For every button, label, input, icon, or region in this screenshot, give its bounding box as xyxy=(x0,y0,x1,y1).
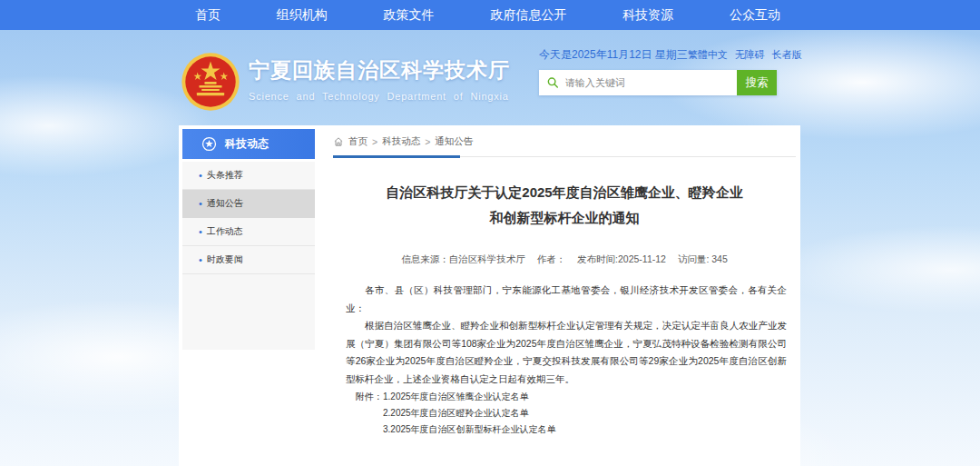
date-row: 今天是2025年11月12日 星期三 繁體中文 无障碍 长者版 xyxy=(539,47,791,63)
meta-author: 作者： xyxy=(537,253,566,264)
bullet-icon: • xyxy=(199,255,202,265)
attachment-list: 1.2025年度自治区雏鹰企业认定名单 2.2025年度自治区瞪羚企业认定名单 … xyxy=(383,389,556,438)
quick-links: 繁體中文 无障碍 长者版 xyxy=(688,48,802,62)
today-date: 今天是2025年11月12日 星期三 xyxy=(539,47,688,63)
attachment-link-benchmark-list[interactable]: 3.2025年度自治区创新型标杆企业认定名单 xyxy=(383,421,556,438)
sidebar-item-label: 通知公告 xyxy=(207,197,243,210)
breadcrumb-home[interactable]: 首页 xyxy=(348,135,368,148)
nav-item-tech-resources[interactable]: 科技资源 xyxy=(622,7,673,24)
sidebar-item-label: 时政要闻 xyxy=(207,253,243,266)
top-nav-items: 首页 组织机构 政策文件 政府信息公开 科技资源 公众互动 xyxy=(195,7,780,24)
site-title: 宁夏回族自治区科学技术厅 xyxy=(249,56,510,84)
sky-background: 宁夏回族自治区科学技术厅 Science and Technology Depa… xyxy=(0,30,980,466)
nav-item-organization[interactable]: 组织机构 xyxy=(277,7,328,24)
sidebar-item-work-dynamics[interactable]: • 工作动态 xyxy=(182,218,315,246)
sidebar-item-label: 工作动态 xyxy=(207,225,243,238)
top-nav: 首页 组织机构 政策文件 政府信息公开 科技资源 公众互动 xyxy=(0,0,980,30)
meta-views: 访问量: 345 xyxy=(678,253,728,264)
breadcrumb-divider-accent xyxy=(333,155,460,158)
search-icon xyxy=(547,76,559,89)
nav-item-gov-info[interactable]: 政府信息公开 xyxy=(490,7,566,24)
link-senior-version[interactable]: 长者版 xyxy=(772,48,802,62)
link-traditional-chinese[interactable]: 繁體中文 xyxy=(688,48,728,62)
sidebar-menu: • 头条推荐 • 通知公告 • 工作动态 • 时政要闻 xyxy=(182,162,315,350)
search-button[interactable]: 搜索 xyxy=(737,70,777,95)
article-meta: 信息来源：自治区科学技术厅 作者： 发布时间:2025-11-12 访问量: 3… xyxy=(333,253,796,266)
bullet-icon: • xyxy=(199,227,202,237)
national-emblem-logo[interactable] xyxy=(181,52,240,112)
attachments-label: 附件： xyxy=(356,389,383,438)
search-bar: 搜索 xyxy=(539,70,777,95)
search-input[interactable] xyxy=(565,77,729,88)
star-compass-icon xyxy=(201,136,217,152)
breadcrumb-tech-dynamics[interactable]: 科技动态 xyxy=(382,135,420,148)
site-subtitle: Science and Technology Department of Nin… xyxy=(249,91,510,102)
sidebar: 科技动态 • 头条推荐 • 通知公告 • 工作动态 xyxy=(182,129,315,350)
home-icon xyxy=(333,136,344,147)
content-panel: 科技动态 • 头条推荐 • 通知公告 • 工作动态 xyxy=(179,125,800,466)
article-title-line1: 自治区科技厅关于认定2025年度自治区雏鹰企业、瞪羚企业 xyxy=(333,180,796,205)
bullet-icon: • xyxy=(199,199,202,209)
article-paragraph: 各市、县（区）科技管理部门，宁东能源化工基地管委会，银川经济技术开发区管委会，各… xyxy=(346,282,787,317)
nav-item-public-interaction[interactable]: 公众互动 xyxy=(730,7,780,24)
sidebar-title[interactable]: 科技动态 xyxy=(182,129,315,159)
nav-item-policy-documents[interactable]: 政策文件 xyxy=(384,7,435,24)
sidebar-item-headlines[interactable]: • 头条推荐 xyxy=(182,162,315,190)
sidebar-item-current-politics[interactable]: • 时政要闻 xyxy=(182,246,315,274)
meta-source: 信息来源：自治区科学技术厅 xyxy=(401,253,525,264)
article-paragraph: 根据自治区雏鹰企业、瞪羚企业和创新型标杆企业认定管理有关规定，决定认定半亩良人农… xyxy=(346,317,787,388)
breadcrumb-separator: > xyxy=(425,136,430,147)
attachment-link-eagle-list[interactable]: 1.2025年度自治区雏鹰企业认定名单 xyxy=(383,389,556,405)
sidebar-item-notices[interactable]: • 通知公告 xyxy=(182,190,315,218)
site-title-block: 宁夏回族自治区科学技术厅 Science and Technology Depa… xyxy=(249,56,510,102)
attachment-link-gazelle-list[interactable]: 2.2025年度自治区瞪羚企业认定名单 xyxy=(383,405,556,421)
meta-publish-time: 发布时间:2025-11-12 xyxy=(577,253,666,264)
link-accessibility[interactable]: 无障碍 xyxy=(735,48,765,62)
attachments: 附件： 1.2025年度自治区雏鹰企业认定名单 2.2025年度自治区瞪羚企业认… xyxy=(356,389,556,438)
article-body: 各市、县（区）科技管理部门，宁东能源化工基地管委会，银川经济技术开发区管委会，各… xyxy=(346,282,787,388)
article-title-line2: 和创新型标杆企业的通知 xyxy=(333,205,796,231)
header-right: 今天是2025年11月12日 星期三 繁體中文 无障碍 长者版 搜索 xyxy=(539,47,791,95)
nav-item-home[interactable]: 首页 xyxy=(195,7,220,24)
bullet-icon: • xyxy=(199,171,202,181)
breadcrumb-separator: > xyxy=(372,136,377,147)
breadcrumb: 首页 > 科技动态 > 通知公告 xyxy=(333,135,473,148)
search-box xyxy=(539,70,737,95)
breadcrumb-notices[interactable]: 通知公告 xyxy=(435,135,473,148)
sidebar-title-label: 科技动态 xyxy=(225,136,269,152)
page: 首页 组织机构 政策文件 政府信息公开 科技资源 公众互动 宁夏回族自治区科学技… xyxy=(0,0,980,466)
sidebar-item-label: 头条推荐 xyxy=(207,169,243,182)
article-title: 自治区科技厅关于认定2025年度自治区雏鹰企业、瞪羚企业 和创新型标杆企业的通知 xyxy=(333,180,796,231)
